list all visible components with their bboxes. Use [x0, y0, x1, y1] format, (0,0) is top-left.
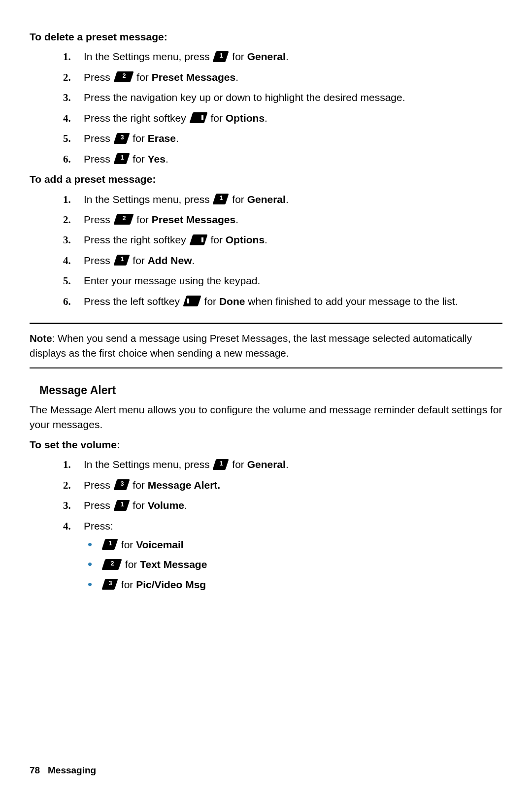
step-number: 6. — [63, 152, 71, 166]
step: 4.Press 1 for Add New. — [84, 253, 502, 268]
steps-add: 1.In the Settings menu, press 1 for Gene… — [30, 192, 502, 309]
bold: Voicemail — [136, 539, 184, 550]
step-number: 1. — [63, 49, 71, 64]
step: 2.Press 2 for Preset Messages. — [84, 70, 502, 85]
step: 4.Press: 1 for Voicemail 2 for Text Mess… — [84, 519, 502, 593]
key-1-icon: 1 — [213, 51, 229, 62]
step: 2.Press 2 for Preset Messages. — [84, 212, 502, 227]
step: 4.Press the right softkey for Options. — [84, 111, 502, 126]
bold: Add New — [148, 255, 192, 266]
step: 6.Press 1 for Yes. — [84, 152, 502, 166]
key-1-icon: 1 — [113, 153, 130, 164]
text: for — [130, 255, 148, 266]
key-1-icon: 1 — [101, 539, 118, 550]
bold: Message Alert. — [148, 479, 220, 491]
sub-list: 1 for Voicemail 2 for Text Message 3 for… — [84, 537, 502, 592]
text: Press — [84, 499, 113, 511]
step: 6.Press the left softkey for Done when f… — [84, 294, 502, 309]
key-1-icon: 1 — [113, 500, 130, 511]
text: Press — [84, 71, 113, 83]
step: 5.Press 3 for Erase. — [84, 131, 502, 146]
step-number: 5. — [63, 273, 71, 288]
bold: Options — [226, 112, 265, 124]
key-3-icon: 3 — [113, 479, 130, 490]
step-number: 2. — [63, 212, 71, 227]
list-item: 2 for Text Message — [101, 557, 502, 572]
note-block: Note: When you send a message using Pres… — [30, 323, 502, 368]
heading-message-alert: Message Alert — [39, 382, 502, 399]
step-number: 1. — [63, 457, 71, 472]
text: for — [208, 112, 226, 124]
key-1-icon: 1 — [213, 459, 229, 470]
text: . — [176, 133, 179, 144]
step-number: 3. — [63, 90, 71, 105]
text: when finished to add your message to the… — [245, 296, 458, 307]
text: for — [118, 539, 136, 550]
text: Enter your message using the keypad. — [84, 275, 260, 286]
bold: Preset Messages — [152, 214, 235, 225]
text: . — [265, 112, 267, 124]
step-number: 6. — [63, 294, 71, 309]
text: for — [201, 296, 219, 307]
bold: Options — [226, 234, 265, 245]
text: . — [184, 499, 187, 511]
steps-volume: 1.In the Settings menu, press 1 for Gene… — [30, 457, 502, 592]
note-text: : When you send a message using Preset M… — [30, 333, 472, 359]
bold: Volume — [148, 499, 184, 511]
text: for — [130, 133, 148, 144]
text: Press — [84, 255, 113, 266]
text: for — [134, 71, 152, 83]
bold: General — [247, 194, 286, 205]
text: for — [229, 51, 247, 62]
key-1-icon: 1 — [213, 194, 229, 204]
key-3-icon: 3 — [101, 579, 118, 590]
bold: Preset Messages — [152, 71, 235, 83]
bold: Erase — [148, 133, 176, 144]
step: 1.In the Settings menu, press 1 for Gene… — [84, 457, 502, 472]
text: . — [286, 51, 289, 62]
text: . — [265, 234, 267, 245]
text: for — [229, 194, 247, 205]
text: In the Settings menu, press — [84, 51, 212, 62]
text: Press — [84, 133, 113, 144]
bold: Yes — [148, 153, 166, 165]
step-number: 5. — [63, 131, 71, 146]
text: for — [229, 459, 247, 470]
step-number: 1. — [63, 192, 71, 207]
step-number: 4. — [63, 253, 71, 268]
text: for — [118, 579, 136, 590]
text: for — [122, 559, 140, 570]
text: for — [208, 234, 226, 245]
key-2-icon: 2 — [101, 559, 122, 570]
step: 3.Press 1 for Volume. — [84, 498, 502, 513]
intro-text: The Message Alert menu allows you to con… — [30, 402, 502, 433]
text: Press the navigation key up or down to h… — [84, 92, 405, 103]
text: Press the left softkey — [84, 296, 183, 307]
text: . — [235, 71, 238, 83]
text: Press — [84, 153, 113, 165]
page-number: 78 — [30, 765, 40, 775]
text: for — [130, 479, 148, 491]
page-footer: 78 Messaging — [30, 764, 96, 777]
text: . — [166, 153, 168, 165]
text: Press the right softkey — [84, 234, 189, 245]
text: Press — [84, 479, 113, 491]
heading-delete: To delete a preset message: — [30, 30, 502, 44]
heading-volume: To set the volume: — [30, 437, 502, 452]
step: 2.Press 3 for Message Alert. — [84, 478, 502, 493]
bold: Pic/Video Msg — [136, 579, 206, 590]
bold: Text Message — [140, 559, 207, 570]
key-2-icon: 2 — [113, 214, 133, 225]
step-number: 2. — [63, 478, 71, 493]
step-number: 4. — [63, 519, 71, 533]
text: . — [286, 459, 289, 470]
text: Press — [84, 214, 113, 225]
left-softkey-icon — [183, 296, 201, 306]
steps-delete: 1.In the Settings menu, press 1 for Gene… — [30, 49, 502, 166]
text: In the Settings menu, press — [84, 459, 212, 470]
text: In the Settings menu, press — [84, 194, 212, 205]
bold: General — [247, 459, 286, 470]
text: for — [130, 499, 148, 511]
step: 1.In the Settings menu, press 1 for Gene… — [84, 49, 502, 64]
text: Press the right softkey — [84, 112, 189, 124]
